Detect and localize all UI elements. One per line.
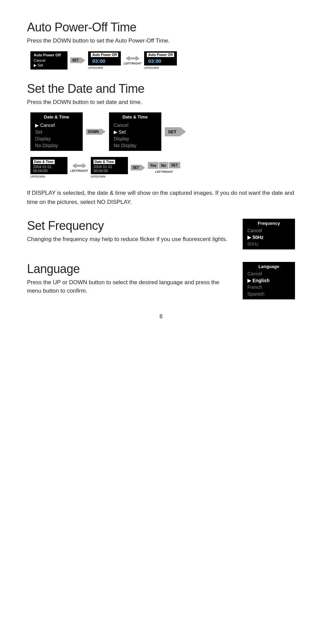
freq-row: Set Frequency Changing the frequency may… <box>27 219 295 250</box>
lang-english: English <box>247 277 290 284</box>
freq-menu-title: Frequency <box>247 221 290 226</box>
lang-cancel: Cancel <box>247 270 290 277</box>
dt-menu1-title: Date & Time <box>35 114 78 120</box>
language-section: Language Press the UP or DOWN button to … <box>27 262 295 301</box>
apo-box2-title: Auto Power Off <box>91 53 118 57</box>
apo-lr-arrow-shape <box>126 56 140 61</box>
dt-menu1-display: Display <box>35 135 78 142</box>
datetime-title: Set the Date and Time <box>27 82 295 96</box>
lang-title: Language <box>27 262 233 276</box>
frequency-section: Set Frequency Changing the frequency may… <box>27 219 295 250</box>
apo-box3-inner: Auto Power Off 03:00 <box>144 51 177 65</box>
dt-lr-label: LEFT/RIGHT <box>70 169 88 172</box>
dt-sbox-right-sub: UP/DOWN <box>91 175 128 178</box>
dt-menu2-nodisplay: No Display <box>114 142 157 149</box>
dt-sbox-left-time: 00:00:00 <box>33 169 65 173</box>
apo-diagram: Auto Power Off Cancel Set SET Auto Power… <box>30 51 295 70</box>
dt-menu1: Date & Time Cancel Set Display No Displa… <box>30 112 83 151</box>
yes-no-row: Yes No SET <box>148 162 180 169</box>
apo-lr-arrow: LEFT/RIGHT <box>124 56 141 65</box>
freq-desc: Changing the frequency may help to reduc… <box>27 235 233 244</box>
dt-sbox-right-time: 00:00:00 <box>93 169 125 173</box>
page-number: 8 <box>27 314 295 320</box>
apo-box1-title: Auto Power Off <box>34 53 64 57</box>
lang-french: French <box>247 284 290 291</box>
apo-menu-box2: Auto Power Off 03:00 UP/DOWN <box>88 51 121 70</box>
apo-box3-sub: UP/DOWN <box>144 66 159 70</box>
dt-set2-label: SET <box>131 165 141 170</box>
dt-sbox-right-title: Date & Time <box>93 160 115 164</box>
dt-row1: Date & Time Cancel Set Display No Displa… <box>30 112 295 151</box>
dt-menu2-display: Display <box>114 135 157 142</box>
dt-menu1-cancel: Cancel <box>35 122 78 129</box>
dt-sbox-right-inner: Date & Time 2004 01 01 00:00:00 <box>91 157 128 174</box>
apo-title: Auto Power-Off Time <box>27 20 295 34</box>
dt-sbox-left-sub: UP/DOWN <box>30 175 68 178</box>
dt-small-box-right: Date & Time 2004 01 01 00:00:00 UP/DOWN <box>91 157 128 178</box>
dt-menu2-set: Set <box>114 129 157 135</box>
dt-set-label: SET <box>165 127 180 136</box>
apo-box2-inner: Auto Power Off 03:00 <box>88 51 121 65</box>
yes-button[interactable]: Yes <box>148 162 158 169</box>
no-button[interactable]: No <box>159 162 168 169</box>
apo-box2-val: 03:00 <box>91 58 118 64</box>
final-set-button[interactable]: SET <box>169 162 180 168</box>
apo-box1-cancel: Cancel <box>34 58 64 63</box>
dt-sbox-left-date: 2004 01 01 <box>33 165 65 169</box>
freq-title: Set Frequency <box>27 219 233 233</box>
lang-row: Language Press the UP or DOWN button to … <box>27 262 295 301</box>
lang-menu: Language Cancel English French Spanish <box>243 262 295 299</box>
yes-no-set-group: Yes No SET LEFT/RIGHT <box>148 162 180 173</box>
dt-menu1-nodisplay: No Display <box>35 142 78 149</box>
apo-section: Auto Power-Off Time Press the DOWN butto… <box>27 20 295 70</box>
freq-text-col: Set Frequency Changing the frequency may… <box>27 219 233 250</box>
apo-menu-box1: Auto Power Off Cancel Set <box>30 51 68 70</box>
dt-row2: Date & Time 2004 01 01 00:00:00 UP/DOWN … <box>30 157 295 178</box>
dt-set2-arrow: SET <box>131 165 145 171</box>
freq-menu: Frequency Cancel 50Hz 60Hz <box>243 219 295 249</box>
lang-text-col: Language Press the UP or DOWN button to … <box>27 262 233 301</box>
datetime-desc: Press the DOWN button to set date and ti… <box>27 98 295 107</box>
apo-box2-sub: UP/DOWN <box>88 66 103 70</box>
freq-50hz: 50Hz <box>247 234 290 241</box>
dt-lr-shape <box>72 163 86 168</box>
apo-box3-title: Auto Power Off <box>147 53 174 57</box>
dt-down-arrow: DOWN <box>86 128 106 135</box>
lang-desc: Press the UP or DOWN button to select th… <box>27 278 233 295</box>
freq-cancel: Cancel <box>247 227 290 234</box>
apo-menu-box3: Auto Power Off 03:00 UP/DOWN <box>144 51 177 70</box>
dt-menu2: Date & Time Cancel Set Display No Displa… <box>109 112 161 151</box>
dt-menu2-cancel: Cancel <box>114 122 157 129</box>
dt-menu2-title: Date & Time <box>114 114 157 120</box>
lang-menu-title: Language <box>247 264 290 269</box>
dt-menu1-set: Set <box>35 129 78 135</box>
dt-sbox-left-inner: Date & Time 2004 01 01 00:00:00 <box>30 157 68 174</box>
apo-set-arrow: SET <box>70 57 85 64</box>
apo-box3-val: 03:00 <box>147 58 174 64</box>
dt-down-label: DOWN <box>86 129 101 135</box>
apo-box1-set: Set <box>34 63 64 68</box>
lang-spanish: Spanish <box>247 291 290 297</box>
apo-set-label: SET <box>70 57 81 63</box>
datetime-section: Set the Date and Time Press the DOWN but… <box>27 82 295 179</box>
info-text: If DISPLAY is selected, the date & time … <box>27 188 295 207</box>
freq-60hz: 60Hz <box>247 241 290 247</box>
dt-small-box-left: Date & Time 2004 01 01 00:00:00 UP/DOWN <box>30 157 68 178</box>
dt-lr-arrow: LEFT/RIGHT <box>70 163 88 172</box>
dt-sbox-right-date: 2004 01 01 <box>93 165 125 169</box>
dt-sbox-left-title: Date & Time <box>33 160 55 164</box>
apo-lr-label: LEFT/RIGHT <box>124 62 141 65</box>
apo-desc: Press the DOWN button to set the Auto Po… <box>27 36 295 45</box>
dt-set-arrow: SET <box>165 127 186 136</box>
yn-lr-label: LEFT/RIGHT <box>155 170 173 173</box>
